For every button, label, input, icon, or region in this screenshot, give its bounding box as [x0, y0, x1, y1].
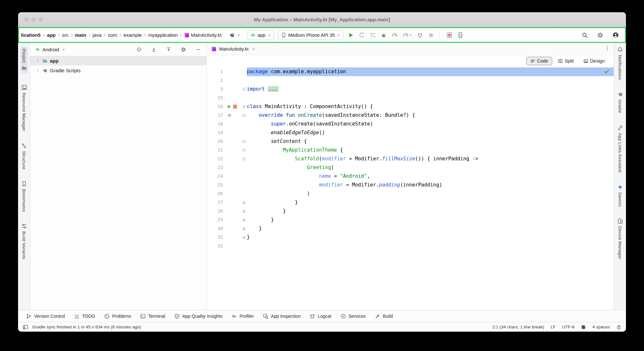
tool-window-toggle-icon[interactable]	[23, 324, 28, 330]
code-line-31[interactable]: 31}	[207, 233, 614, 242]
file-encoding[interactable]: UTF-8	[562, 325, 574, 329]
tool-stripe-device-manager[interactable]: Device Manager	[617, 218, 623, 259]
debug-button[interactable]	[379, 31, 388, 40]
breadcrumb-item-main[interactable]: main	[74, 32, 87, 38]
close-window-button[interactable]	[24, 17, 29, 22]
tool-stripe-bookmarks[interactable]: Bookmarks	[21, 181, 27, 212]
tool-window-problems[interactable]: Problems	[101, 312, 135, 320]
fold-marker-icon[interactable]	[243, 105, 245, 108]
compose-icon[interactable]	[233, 104, 237, 109]
code-editor[interactable]: 1package com.example.myapplication23impo…	[207, 67, 614, 310]
write-access[interactable]	[616, 325, 621, 330]
fold-marker-icon[interactable]	[243, 88, 245, 91]
fold-marker-icon[interactable]	[243, 218, 245, 222]
collapse-all-button[interactable]	[165, 45, 173, 54]
profiler-options-button[interactable]	[401, 31, 414, 40]
tool-window-build[interactable]: Build	[371, 312, 396, 320]
code-line-27[interactable]: 27 }	[207, 198, 614, 207]
breadcrumb-item-app[interactable]: app	[46, 32, 56, 38]
title-bar[interactable]: My Application – MainActivity.kt [My_App…	[18, 12, 626, 27]
indent-style[interactable]: 4 spaces	[592, 325, 610, 329]
tool-stripe-structure[interactable]: Structure	[21, 143, 27, 169]
breadcrumb-item-example[interactable]: example	[123, 32, 142, 38]
fold-marker-icon[interactable]	[243, 114, 245, 117]
breadcrumb-item-mainactivity-kt[interactable]: MainActivity.kt	[184, 32, 222, 38]
code-line-30[interactable]: 30 }	[207, 224, 614, 233]
attach-debugger-button[interactable]	[416, 31, 425, 40]
breadcrumb-item-com[interactable]: com	[107, 32, 118, 38]
fold-marker-icon[interactable]	[243, 140, 245, 143]
tool-window-todo[interactable]: TODO	[71, 312, 99, 320]
tool-stripe-app-links-assistant[interactable]: App Links Assistant	[617, 125, 623, 173]
code-line-15[interactable]: 15	[207, 94, 614, 102]
play-icon[interactable]	[227, 104, 232, 109]
tool-stripe-notifications[interactable]: Notifications	[617, 47, 623, 80]
fold-marker-icon[interactable]	[243, 210, 245, 213]
view-mode-code[interactable]: Code	[526, 57, 552, 65]
breadcrumb-item-lication5[interactable]: lication5	[20, 32, 41, 38]
caret-position[interactable]: 2:1 (34 chars, 1 line break)	[492, 325, 544, 329]
breadcrumb-item-java[interactable]: java	[92, 32, 102, 38]
code-line-2[interactable]: 2	[207, 76, 614, 85]
apply-changes-button[interactable]	[357, 31, 366, 40]
tool-stripe-resource-manager[interactable]: Resource Manager	[21, 85, 27, 131]
gradle-sync-button[interactable]	[226, 31, 243, 39]
locate-file-button[interactable]	[135, 45, 143, 54]
code-line-23[interactable]: 23 Greeting(	[207, 163, 614, 172]
code-line-21[interactable]: 21 MyApplicationTheme {	[207, 146, 614, 155]
fold-marker-icon[interactable]	[243, 227, 245, 230]
expand-all-button[interactable]	[150, 45, 158, 54]
code-line-29[interactable]: 29 }	[207, 216, 614, 224]
settings-button[interactable]	[596, 31, 605, 40]
tool-stripe-gradle[interactable]: Gradle	[617, 91, 623, 113]
fold-marker-icon[interactable]	[243, 236, 245, 239]
tool-window-services[interactable]: Services	[337, 312, 370, 320]
code-line-3[interactable]: 3import ...	[207, 85, 614, 94]
tool-stripe-build-variants[interactable]: Build Variants	[21, 223, 27, 259]
override-icon[interactable]	[227, 113, 232, 118]
code-line-24[interactable]: 24 name = "Android",	[207, 172, 614, 181]
tool-stripe-project[interactable]: Project	[21, 47, 28, 73]
fold-marker-icon[interactable]	[243, 149, 245, 152]
tool-window-logcat[interactable]: Logcat	[306, 312, 335, 320]
profile-button[interactable]	[390, 31, 399, 40]
code-line-32[interactable]: 32	[207, 242, 614, 250]
tool-window-version-control[interactable]: Version Control	[23, 312, 69, 320]
tree-node-app[interactable]: app	[30, 56, 207, 65]
code-line-28[interactable]: 28 }	[207, 207, 614, 216]
inspections-ok-icon[interactable]	[603, 68, 610, 75]
tool-window-profiler[interactable]: Profiler	[228, 312, 257, 320]
tree-node-gradle-scripts[interactable]: Gradle Scripts	[30, 65, 207, 75]
profile-avatar-button[interactable]	[611, 31, 620, 40]
tool-window-terminal[interactable]: Terminal	[137, 312, 169, 320]
search-everywhere-button[interactable]	[580, 31, 589, 40]
fold-marker-icon[interactable]	[243, 201, 245, 204]
project-view-selector[interactable]: Android	[35, 47, 65, 52]
tool-window-app-inspection[interactable]: App Inspection	[259, 312, 304, 320]
code-line-19[interactable]: 19 enableEdgeToEdge()	[207, 128, 614, 137]
run-button[interactable]	[346, 31, 355, 40]
code-line-26[interactable]: 26 )	[207, 189, 614, 198]
close-tab-icon[interactable]	[251, 47, 256, 51]
code-line-1[interactable]: 1package com.example.myapplication	[207, 67, 614, 76]
code-line-17[interactable]: 17 override fun onCreate(savedInstanceSt…	[207, 111, 614, 120]
editor-options-icon[interactable]	[605, 46, 614, 52]
apply-code-changes-button[interactable]	[368, 31, 377, 40]
code-line-16[interactable]: 16class MainActivity : ComponentActivity…	[207, 102, 614, 111]
view-mode-design[interactable]: Design	[580, 57, 609, 65]
code-line-25[interactable]: 25 modifier = Modifier.padding(innerPadd…	[207, 181, 614, 189]
status-widget[interactable]	[581, 325, 586, 330]
settings-button[interactable]	[179, 45, 187, 54]
editor-tab[interactable]: MainActivity.kt	[207, 43, 260, 55]
code-line-20[interactable]: 20 setContent {	[207, 137, 614, 146]
minimize-window-button[interactable]	[32, 17, 36, 22]
hide-panel-button[interactable]	[194, 45, 202, 54]
breadcrumb-item-src[interactable]: src	[62, 32, 69, 38]
device-selector[interactable]: Medium Phone API 35	[278, 30, 343, 40]
code-line-22[interactable]: 22 Scaffold(modifier = Modifier.fillMaxS…	[207, 155, 614, 163]
code-line-18[interactable]: 18 super.onCreate(savedInstanceState)	[207, 120, 614, 128]
fold-marker-icon[interactable]	[243, 157, 245, 160]
running-devices-button[interactable]	[456, 31, 465, 40]
view-mode-split[interactable]: Split	[554, 57, 578, 65]
line-separator[interactable]: LF	[551, 325, 556, 329]
